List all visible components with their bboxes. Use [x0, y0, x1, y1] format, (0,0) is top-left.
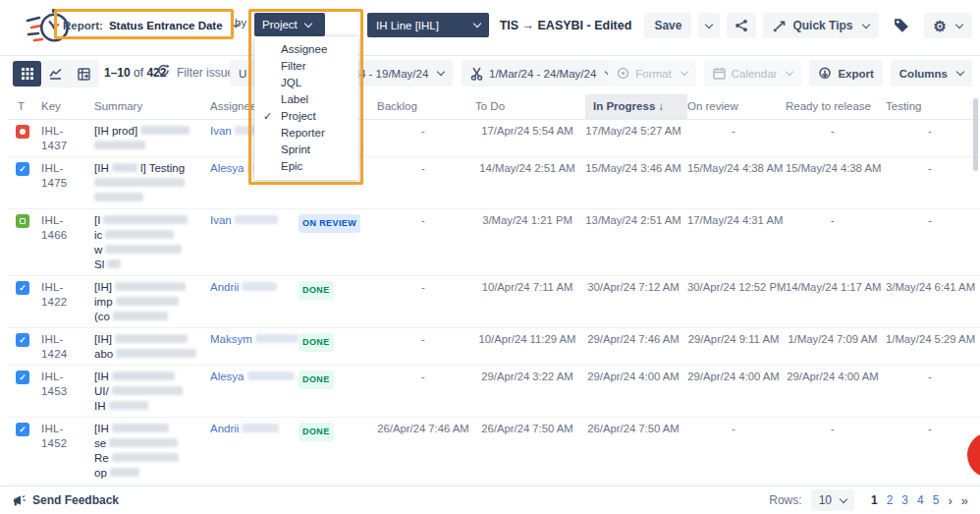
issue-key[interactable]: IHL-1453 [41, 366, 94, 418]
issue-summary[interactable]: [IH l] Testing [94, 157, 210, 209]
settings-button[interactable]: ⚙ [924, 13, 972, 38]
pivot-view-button[interactable] [70, 61, 98, 86]
todo-date: 10/Apr/24 11:29 AM [475, 328, 585, 366]
menu-item-project[interactable]: ✓Project [254, 108, 358, 125]
scope-value: IH Line [IHL] [376, 20, 470, 31]
column-header-testing[interactable]: Testing [886, 94, 980, 120]
group-by-dropdown[interactable]: Project [254, 13, 325, 36]
column-header-type[interactable]: T [8, 94, 41, 120]
report-selector[interactable]: Report: Status Entrance Date [63, 14, 239, 36]
todo-date: 29/Apr/24 3:22 AM [475, 366, 585, 418]
project-scope-select[interactable]: IH Line [IHL] [367, 13, 489, 37]
assignee-link[interactable]: Alesya [210, 366, 299, 418]
column-header-todo[interactable]: To Do [475, 94, 585, 120]
chevron-down-icon [861, 20, 869, 28]
task-type-icon: ✓ [16, 333, 29, 347]
split-range-chip[interactable]: 1/Mar/24 - 24/May/24 [462, 60, 621, 86]
column-header-ready-to-release[interactable]: Ready to release [786, 94, 886, 120]
page-3[interactable]: 3 [901, 493, 908, 507]
backlog-date: - [377, 276, 475, 328]
testing-date: 1/May/24 5:29 AM [886, 328, 980, 366]
save-button[interactable]: Save [644, 13, 691, 38]
issue-key[interactable]: IHL-1466 [41, 209, 94, 276]
issue-key[interactable]: IHL-1452 [41, 418, 94, 485]
table-row[interactable]: ✓ IHL-1424 [IH] abo Maksym DONE - 10/Apr… [8, 328, 980, 366]
last-page-icon[interactable]: » [961, 493, 968, 508]
issue-summary[interactable]: [IH se Re op [94, 418, 210, 485]
in-progress-date: 26/Apr/24 7:50 AM [585, 418, 687, 485]
page-2[interactable]: 2 [887, 493, 894, 507]
chevron-down-icon [955, 20, 963, 28]
filter-chip-text: U [239, 68, 246, 80]
table-row[interactable]: IHL-1466 [I ic w Sl Ivan ON REVIEW - 3/M… [8, 209, 980, 276]
issue-key[interactable]: IHL-1424 [41, 328, 94, 366]
redacted-text [115, 282, 186, 291]
assignee-link[interactable]: Maksym [210, 328, 299, 366]
table-row[interactable]: ✓ IHL-1422 [IH] imp (co Andrii DONE - 10… [8, 276, 980, 328]
issue-summary[interactable]: [I ic w Sl [94, 209, 210, 276]
redacted-text [110, 468, 139, 477]
page-1[interactable]: 1 [871, 493, 878, 507]
columns-label: Columns [899, 68, 948, 80]
redacted-text [116, 297, 179, 306]
table-row[interactable]: ✓ IHL-1475 [IH l] Testing Alesya I - 14/… [8, 157, 980, 209]
redacted-text [112, 371, 175, 380]
column-header-in-progress[interactable]: In Progress ↓ [585, 94, 687, 120]
column-header-key[interactable]: Key [41, 94, 94, 120]
view-switcher [12, 60, 99, 87]
grid-view-button[interactable] [13, 61, 41, 86]
line-chart-icon [49, 68, 62, 80]
issue-summary[interactable]: [IH] imp (co [94, 276, 210, 328]
calendar-button[interactable]: Calendar [704, 60, 802, 86]
vertical-scrollbar-thumb[interactable] [973, 98, 978, 171]
table-row[interactable]: ✓ IHL-1453 [IH UI/ IH Alesya DONE - 29/A… [8, 366, 980, 418]
whats-new-button[interactable] [886, 13, 917, 38]
menu-item-sprint[interactable]: Sprint [254, 142, 358, 158]
menu-item-reporter[interactable]: Reporter [254, 125, 358, 142]
columns-button[interactable]: Columns [891, 60, 972, 86]
issue-key[interactable]: IHL-1422 [41, 276, 94, 328]
issue-summary[interactable]: [IH UI/ IH [94, 366, 210, 418]
next-page-icon[interactable]: › [948, 493, 952, 508]
issue-summary[interactable]: [IH] abo [94, 328, 210, 366]
backlog-date: - [377, 157, 475, 209]
issue-summary[interactable]: [IH prod] [94, 120, 210, 157]
chevron-down-icon [437, 68, 445, 76]
assignee-link[interactable]: Andrii [210, 418, 299, 485]
menu-item-filter[interactable]: Filter [254, 58, 358, 75]
testing-date: 3/May/24 6:41 AM [886, 276, 980, 328]
column-header-summary[interactable]: Summary [94, 94, 210, 120]
redacted-text [235, 215, 278, 224]
page-4[interactable]: 4 [917, 493, 924, 507]
refresh-button[interactable] [157, 64, 170, 77]
assignee-link[interactable]: Andrii [210, 276, 299, 328]
table-row[interactable]: ✓ IHL-1452 [IH se Re op Andrii DONE 26/A… [8, 418, 980, 485]
chevron-down-icon [680, 68, 687, 76]
column-header-on-review[interactable]: On review [687, 94, 786, 120]
in-progress-date: 13/May/24 2:51 AM [585, 209, 687, 276]
page-5[interactable]: 5 [933, 493, 940, 507]
chart-view-button[interactable] [41, 61, 70, 86]
format-visibility-icon [617, 67, 629, 80]
rows-per-page-select[interactable]: 10 [811, 489, 854, 511]
column-header-backlog[interactable]: Backlog [377, 94, 475, 120]
quick-tips-button[interactable]: Quick Tips [763, 13, 878, 38]
testing-date: - [886, 120, 980, 157]
menu-item-label[interactable]: Label [254, 91, 358, 108]
redacted-text [113, 312, 168, 320]
send-feedback-button[interactable]: Send Feedback [12, 493, 119, 507]
share-button[interactable] [727, 13, 756, 38]
assignee-link[interactable]: Ivan [210, 209, 299, 276]
save-options-button[interactable] [698, 13, 720, 38]
in-progress-date: 17/May/24 5:27 AM [585, 120, 687, 157]
menu-item-assignee[interactable]: Assignee [254, 41, 358, 58]
format-button[interactable]: Format [608, 60, 695, 86]
issue-key[interactable]: IHL-1437 [41, 120, 94, 157]
issue-key[interactable]: IHL-1475 [41, 157, 94, 209]
table-row[interactable]: IHL-1437 [IH prod] Ivan - 17/Apr/24 5:54… [8, 120, 980, 157]
export-button[interactable]: Export [809, 60, 882, 86]
todo-date: 14/May/24 2:51 AM [475, 157, 585, 209]
menu-item-jql[interactable]: JQL [254, 75, 358, 91]
tag-icon [894, 18, 909, 33]
menu-item-epic[interactable]: Epic [254, 158, 358, 175]
